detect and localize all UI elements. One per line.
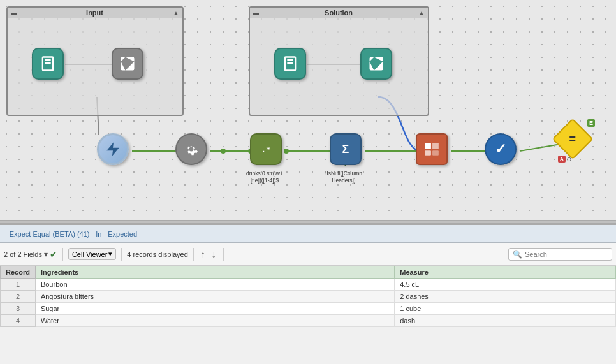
input-box-title: ▬ Input ▲ [8, 8, 182, 18]
cell-measure: 1 cube [395, 303, 616, 315]
expect-equal-node[interactable]: = E A O [558, 124, 591, 157]
status-text: - Expect Equal (BETA) (41) - In - Expect… [5, 230, 137, 238]
toolbar-divider-1 [62, 248, 63, 261]
regex-label: drinks.0.str(\w+ [t|e])([1-4])$ [236, 170, 293, 184]
sort-down-button[interactable]: ↓ [210, 249, 218, 260]
sort-up-button[interactable]: ↑ [199, 249, 207, 260]
bottom-panel: - Expect Equal (BETA) (41) - In - Expect… [0, 224, 616, 364]
cell-viewer-button[interactable]: Cell Viewer ▾ [68, 248, 116, 260]
col-header-ingredients: Ingredients [35, 266, 394, 279]
col-header-measure: Measure [395, 266, 616, 279]
svg-rect-14 [425, 143, 431, 149]
fields-dropdown-arrow[interactable]: ▾ [44, 250, 48, 259]
toolbar-divider-4 [223, 248, 224, 261]
formula-label: !IsNull([Column Headers]) [315, 170, 372, 184]
browse1-node[interactable] [112, 48, 143, 80]
toolbar-divider-3 [193, 248, 194, 261]
solution-box-title: ▬ Solution ▲ [250, 8, 428, 18]
cell-record: 2 [1, 291, 36, 303]
cell-measure: dash [395, 315, 616, 327]
svg-rect-17 [432, 150, 439, 156]
lightning-node[interactable] [97, 133, 129, 165]
svg-rect-15 [432, 143, 439, 149]
records-label: 4 records displayed [127, 251, 187, 258]
toolbar: 2 of 2 Fields ▾ ✔ Cell Viewer ▾ 4 record… [0, 243, 616, 266]
search-input[interactable] [525, 251, 608, 258]
formula-node[interactable]: Σ [330, 133, 362, 165]
fields-check-icon: ✔ [50, 249, 57, 259]
records-table: Record Ingredients Measure 1Bourbon4.5 c… [0, 266, 616, 327]
data-table: Record Ingredients Measure 1Bourbon4.5 c… [0, 266, 616, 364]
gear-node[interactable] [175, 133, 207, 165]
cell-measure: 4.5 cL [395, 279, 616, 291]
cell-measure: 2 dashes [395, 291, 616, 303]
fields-label: 2 of 2 Fields [4, 251, 42, 258]
svg-point-9 [221, 149, 226, 154]
cell-ingredients: Angostura bitters [35, 291, 394, 303]
fields-section: 2 of 2 Fields ▾ ✔ [4, 249, 57, 259]
cell-ingredients: Sugar [35, 303, 394, 315]
table-row: 3Sugar1 cube [1, 303, 616, 315]
cell-record: 1 [1, 279, 36, 291]
cell-record: 4 [1, 315, 36, 327]
status-bar: - Expect Equal (BETA) (41) - In - Expect… [0, 225, 616, 243]
search-box[interactable]: 🔍 [508, 248, 612, 261]
input-box-chevron: ▲ [173, 10, 179, 17]
browse2-node[interactable] [360, 48, 392, 80]
checkmark-node[interactable]: ✓ [485, 133, 517, 165]
book1-node[interactable] [32, 48, 64, 80]
toolbar-divider-2 [121, 248, 122, 261]
book2-node[interactable] [274, 48, 306, 80]
search-icon: 🔍 [513, 250, 522, 259]
solution-box-chevron: ▲ [418, 10, 425, 17]
cell-record: 3 [1, 303, 36, 315]
cell-viewer-section: Cell Viewer ▾ [68, 248, 116, 260]
table-row: 1Bourbon4.5 cL [1, 279, 616, 291]
select-cols-node[interactable] [416, 133, 448, 165]
regex-node[interactable]: .* [250, 133, 282, 165]
cell-viewer-dropdown-arrow: ▾ [108, 250, 112, 258]
svg-rect-16 [425, 150, 431, 156]
col-header-record: Record [1, 266, 36, 279]
cell-ingredients: Water [35, 315, 394, 327]
workflow-canvas: T F ▬ Input ▲ ▬ Solution ▲ [0, 0, 616, 220]
table-row: 4Waterdash [1, 315, 616, 327]
svg-point-11 [284, 149, 289, 154]
table-row: 2Angostura bitters2 dashes [1, 291, 616, 303]
cell-ingredients: Bourbon [35, 279, 394, 291]
